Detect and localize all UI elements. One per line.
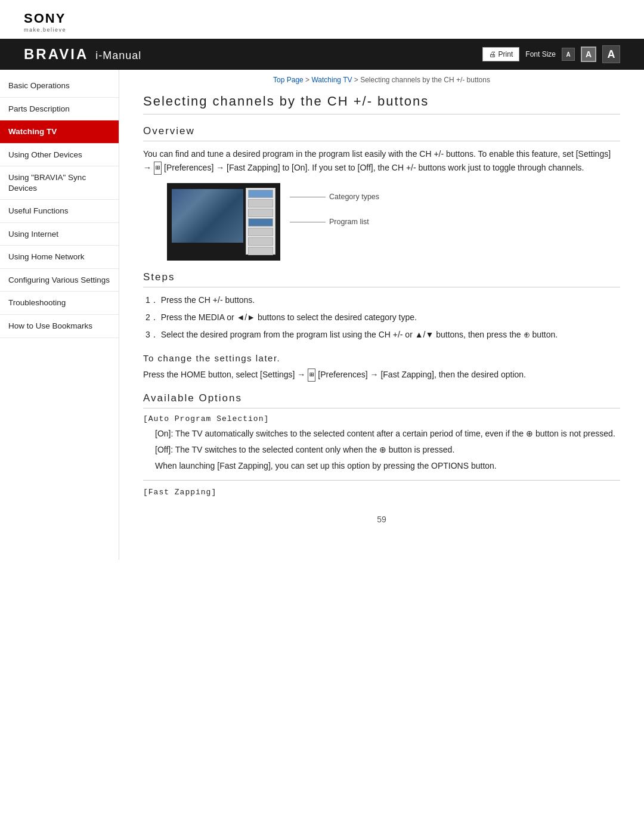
sidebar-item-using-internet[interactable]: Using Internet xyxy=(0,223,119,246)
available-options-heading: Available Options xyxy=(143,392,620,408)
overview-paragraph: You can find and tune a desired program … xyxy=(143,147,620,175)
tv-inner-image xyxy=(172,189,243,243)
option-divider xyxy=(143,480,620,481)
breadcrumb: Top Page > Watching TV > Selecting chann… xyxy=(143,76,620,84)
content-area: Top Page > Watching TV > Selecting chann… xyxy=(119,70,644,560)
sidebar-item-using-bravia-sync[interactable]: Using "BRAVIA" Sync Devices xyxy=(0,166,119,200)
change-settings-text-content: Press the HOME button, select [Settings]… xyxy=(143,370,526,379)
program-label: Program list xyxy=(290,218,379,226)
step-1-num: 1． xyxy=(145,295,159,305)
bravia-logo-text: BRAVIA xyxy=(24,46,88,63)
steps-list: 1． Press the CH +/- buttons. 2． Press th… xyxy=(143,293,620,342)
font-size-large-button[interactable]: A xyxy=(602,45,620,63)
step-1-text: Press the CH +/- buttons. xyxy=(161,295,255,305)
font-size-medium-button[interactable]: A xyxy=(581,47,596,62)
nav-controls: 🖨 Print Font Size A A A xyxy=(482,45,620,63)
settings-icon: ⊞ xyxy=(154,162,162,175)
page-title: Selecting channels by the CH +/- buttons xyxy=(143,94,620,114)
tv-bar-2 xyxy=(248,199,273,208)
step-2-num: 2． xyxy=(145,312,159,322)
step-3-num: 3． xyxy=(145,330,159,339)
option-fast-zapping: [Fast Zapping] xyxy=(143,488,620,497)
tv-screenshot xyxy=(167,183,280,261)
tv-bar-6 xyxy=(248,237,273,246)
sidebar-item-using-home-network[interactable]: Using Home Network xyxy=(0,246,119,269)
tv-sidebar-bars xyxy=(246,188,275,255)
imanual-text: i-Manual xyxy=(95,49,141,62)
option1-on-text: [On]: The TV automatically switches to t… xyxy=(155,427,620,441)
sidebar-item-parts-description[interactable]: Parts Description xyxy=(0,98,119,121)
logo-area: SONY make.believe xyxy=(0,0,644,39)
breadcrumb-separator1: > xyxy=(305,76,311,84)
main-layout: Basic Operations Parts Description Watch… xyxy=(0,70,644,560)
change-settings-heading: To change the settings later. xyxy=(143,353,620,363)
tv-bar-1 xyxy=(248,190,273,198)
steps-heading: Steps xyxy=(143,271,620,287)
sidebar-item-watching-tv[interactable]: Watching TV xyxy=(0,120,119,144)
overview-heading: Overview xyxy=(143,125,620,141)
top-nav-bar: BRAVIA i-Manual 🖨 Print Font Size A A A xyxy=(0,39,644,70)
sidebar-item-troubleshooting[interactable]: Troubleshooting xyxy=(0,292,119,315)
font-size-small-button[interactable]: A xyxy=(562,48,575,61)
font-size-label: Font Size xyxy=(525,50,556,58)
option2-title: [Fast Zapping] xyxy=(143,488,620,497)
category-label-text: Category types xyxy=(329,193,379,201)
breadcrumb-current: Selecting channels by the CH +/- buttons xyxy=(360,76,490,84)
sidebar-item-how-to-use-bookmarks[interactable]: How to Use Bookmarks xyxy=(0,315,119,338)
sidebar-item-configuring-settings[interactable]: Configuring Various Settings xyxy=(0,269,119,292)
tv-screenshot-area: Category types Program list xyxy=(167,183,620,261)
option-auto-program: [Auto Program Selection] [On]: The TV au… xyxy=(143,414,620,473)
option1-title: [Auto Program Selection] xyxy=(143,414,620,423)
sidebar: Basic Operations Parts Description Watch… xyxy=(0,70,119,560)
sony-logo: SONY xyxy=(24,11,620,26)
sidebar-item-using-other-devices[interactable]: Using Other Devices xyxy=(0,144,119,167)
step-3: 3． Select the desired program from the p… xyxy=(143,328,620,342)
category-label: Category types xyxy=(290,193,379,201)
sony-tagline: make.believe xyxy=(24,27,620,33)
change-settings-text: Press the HOME button, select [Settings]… xyxy=(143,368,620,382)
option1-off-text: [Off]: The TV switches to the selected c… xyxy=(155,443,620,457)
step-2-text: Press the MEDIA or ◄/► buttons to select… xyxy=(161,312,417,322)
tv-bar-4 xyxy=(248,218,273,227)
tv-bar-3 xyxy=(248,209,273,217)
step-3-text: Select the desired program from the prog… xyxy=(161,330,558,339)
page-number: 59 xyxy=(143,515,620,536)
breadcrumb-separator2: > xyxy=(354,76,360,84)
program-label-line xyxy=(290,222,326,222)
breadcrumb-top-page[interactable]: Top Page xyxy=(273,76,304,84)
category-label-line xyxy=(290,197,326,197)
program-label-text: Program list xyxy=(329,218,369,226)
sidebar-item-useful-functions[interactable]: Useful Functions xyxy=(0,200,119,223)
preferences-icon: ⊞ xyxy=(308,368,315,382)
step-2: 2． Press the MEDIA or ◄/► buttons to sel… xyxy=(143,311,620,324)
step-1: 1． Press the CH +/- buttons. xyxy=(143,293,620,307)
sidebar-item-basic-operations[interactable]: Basic Operations xyxy=(0,75,119,98)
option1-note-text: When launching [Fast Zapping], you can s… xyxy=(155,459,620,473)
overview-text2: [Preferences] → [Fast Zapping] to [On]. … xyxy=(164,163,584,172)
print-button[interactable]: 🖨 Print xyxy=(482,47,520,61)
print-label: Print xyxy=(499,50,513,58)
tv-bar-7 xyxy=(248,247,273,255)
tv-bar-5 xyxy=(248,228,273,236)
print-icon: 🖨 xyxy=(489,50,496,58)
breadcrumb-watching-tv[interactable]: Watching TV xyxy=(311,76,352,84)
bravia-title: BRAVIA i-Manual xyxy=(24,46,141,63)
image-labels: Category types Program list xyxy=(290,183,379,226)
